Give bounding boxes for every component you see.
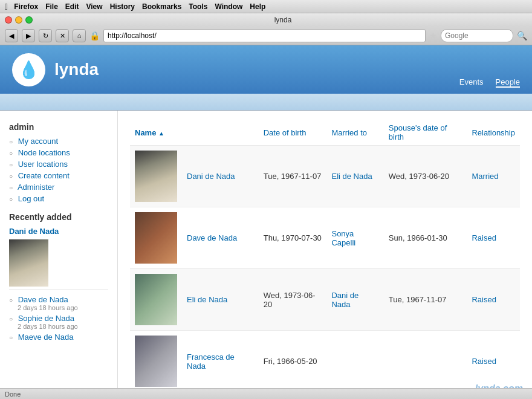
relationship-link[interactable]: Married — [472, 172, 498, 181]
relationship-link[interactable]: Raised — [472, 233, 496, 242]
person-photo — [135, 274, 177, 325]
apple-menu[interactable]:  — [5, 2, 8, 11]
security-icon: 🔒 — [89, 31, 100, 41]
sidebar-link-nodelocations[interactable]: Node locations — [18, 148, 70, 157]
mac-menu: Firefox File Edit View History Bookmarks… — [14, 2, 265, 11]
menu-window[interactable]: Window — [215, 2, 242, 11]
person-married-to-cell: Sonya Capelli — [326, 207, 383, 269]
col-spouse-dob[interactable]: Spouse's date of birth — [384, 120, 467, 146]
person-dob-cell: Fri, 1966-05-20 — [259, 331, 327, 389]
person-relationship-cell: Raised — [467, 331, 520, 389]
address-bar[interactable] — [103, 29, 426, 42]
person-photo — [135, 212, 177, 264]
person-dob-cell: Tue, 1967-11-07 — [259, 146, 327, 207]
sidebar-link-myaccount[interactable]: My account — [18, 137, 58, 146]
person-photo-cell — [130, 146, 182, 207]
person-name-cell: Dani de Nada — [182, 146, 259, 207]
married-to-link[interactable]: Eli de Nada — [331, 172, 372, 181]
person-name-link[interactable]: Francesca de Nada — [187, 352, 235, 371]
menu-help[interactable]: Help — [250, 2, 265, 11]
recent-link-sophie[interactable]: Sophie de Nada — [18, 314, 74, 323]
person-photo — [135, 336, 177, 387]
person-name-link[interactable]: Dani de Nada — [187, 172, 235, 181]
bookmark-star-icon[interactable]: ★ — [429, 31, 437, 41]
person-name-cell: Eli de Nada — [182, 269, 259, 331]
menu-bookmarks[interactable]: Bookmarks — [142, 2, 181, 11]
home-button[interactable]: ⌂ — [73, 29, 86, 42]
menu-view[interactable]: View — [86, 2, 102, 11]
recent-list-item: Sophie de Nada 2 days 18 hours ago — [9, 314, 108, 330]
recent-link-maeve[interactable]: Maeve de Nada — [18, 332, 74, 342]
menu-file[interactable]: File — [45, 2, 58, 11]
site-title: lynda — [54, 60, 99, 79]
person-name-link[interactable]: Eli de Nada — [187, 295, 227, 304]
table-header-row: Name ▲ Date of birth Married to Spouse's… — [130, 120, 520, 146]
person-spouse-dob-cell: Sun, 1966-01-30 — [384, 207, 467, 269]
recent-main-link[interactable]: Dani de Nada — [9, 227, 108, 236]
table-row: Eli de Nada Wed, 1973-06-20 Dani de Nada… — [130, 269, 520, 331]
person-married-to-cell — [326, 331, 383, 389]
col-married-to[interactable]: Married to — [326, 120, 383, 146]
col-dob[interactable]: Date of birth — [259, 120, 327, 146]
reload-button[interactable]: ↻ — [39, 29, 52, 42]
menu-tools[interactable]: Tools — [189, 2, 207, 11]
person-photo — [135, 151, 177, 202]
person-photo-cell — [130, 331, 182, 389]
minimize-button[interactable] — [15, 16, 22, 24]
col-relationship[interactable]: Relationship — [467, 120, 520, 146]
person-relationship-cell: Raised — [467, 207, 520, 269]
nav-events[interactable]: Events — [459, 77, 484, 88]
recent-link-dave[interactable]: Dave de Nada — [18, 295, 68, 304]
menu-edit[interactable]: Edit — [65, 2, 79, 11]
table-row: Francesca de Nada Fri, 1966-05-20 Raised — [130, 331, 520, 389]
recent-list: Dave de Nada 2 days 18 hours ago Sophie … — [9, 290, 108, 342]
person-dob-cell: Thu, 1970-07-30 — [259, 207, 327, 269]
sidebar-item-createcontent: Create content — [9, 171, 108, 180]
recent-time-dave: 2 days 18 hours ago — [18, 304, 108, 311]
sidebar: admin My account Node locations User loc… — [0, 111, 118, 389]
person-name-link[interactable]: Dave de Nada — [187, 233, 237, 242]
status-text: Done — [5, 391, 21, 398]
sidebar-link-userlocations[interactable]: User locations — [18, 160, 68, 169]
person-spouse-dob-cell: Wed, 1973-06-20 — [384, 146, 467, 207]
sidebar-main-photo — [9, 239, 48, 287]
relationship-link[interactable]: Raised — [472, 357, 496, 366]
relationship-link[interactable]: Raised — [472, 295, 496, 304]
forward-button[interactable]: ▶ — [22, 29, 35, 42]
person-photo-cell — [130, 207, 182, 269]
sidebar-link-createcontent[interactable]: Create content — [18, 171, 70, 180]
menu-history[interactable]: History — [110, 2, 135, 11]
recent-list-item: Maeve de Nada — [9, 332, 108, 342]
search-icon[interactable]: 🔍 — [517, 31, 527, 41]
sidebar-item-logout: Log out — [9, 194, 108, 203]
person-spouse-dob-cell: Tue, 1967-11-07 — [384, 269, 467, 331]
person-dob-cell: Wed, 1973-06-20 — [259, 269, 327, 331]
sidebar-item-nodelocations: Node locations — [9, 148, 108, 157]
recently-added-section: Recently added Dani de Nada Dave de Nada… — [9, 212, 108, 342]
sidebar-menu: My account Node locations User locations… — [9, 137, 108, 203]
person-photo-cell — [130, 269, 182, 331]
mac-toolbar:  Firefox File Edit View History Bookmar… — [0, 0, 532, 13]
nav-people[interactable]: People — [496, 77, 520, 88]
browser-toolbar: ◀ ▶ ↻ ✕ ⌂ 🔒 ★ 🔍 — [0, 27, 532, 45]
menu-firefox[interactable]: Firefox — [14, 2, 38, 11]
married-to-link[interactable]: Sonya Capelli — [331, 229, 355, 247]
back-button[interactable]: ◀ — [5, 29, 18, 42]
married-to-link[interactable]: Dani de Nada — [331, 291, 358, 309]
search-input[interactable] — [441, 29, 513, 42]
maximize-button[interactable] — [25, 16, 33, 24]
drupal-icon: 💧 — [18, 60, 39, 80]
sidebar-item-administer: Administer — [9, 183, 108, 192]
sidebar-item-myaccount: My account — [9, 137, 108, 146]
sidebar-link-logout[interactable]: Log out — [18, 194, 44, 203]
recently-added-title: Recently added — [9, 212, 108, 222]
sidebar-link-administer[interactable]: Administer — [18, 183, 54, 192]
sub-header — [0, 94, 532, 111]
recent-list-item: Dave de Nada 2 days 18 hours ago — [9, 295, 108, 311]
content-area: admin My account Node locations User loc… — [0, 111, 532, 389]
col-name[interactable]: Name ▲ — [130, 120, 259, 146]
stop-button[interactable]: ✕ — [56, 29, 69, 42]
person-relationship-cell: Raised — [467, 269, 520, 331]
close-button[interactable] — [5, 16, 12, 24]
browser-title: lynda — [39, 16, 527, 24]
